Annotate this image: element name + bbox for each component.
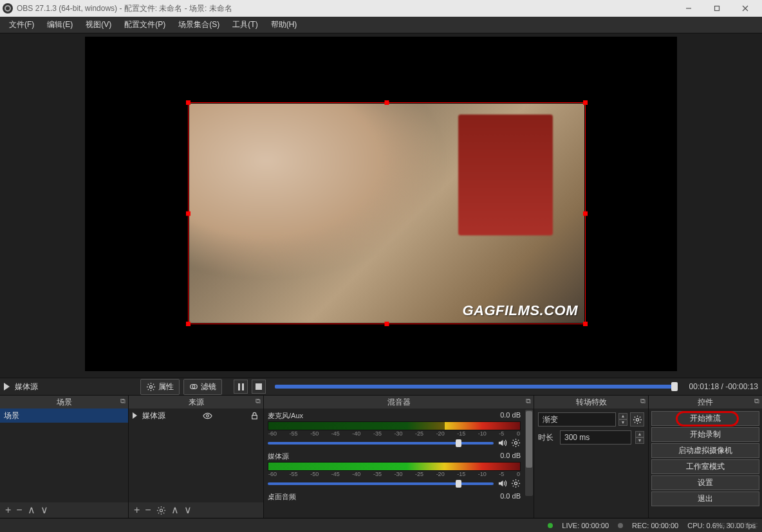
video-content: GAGFILMS.COM: [189, 104, 584, 323]
filters-button[interactable]: 滤镜: [183, 379, 222, 395]
mixer-channel: 麦克风/Aux0.0 dB -60-55-50-45-40-35-30-25-2…: [268, 411, 521, 448]
preview-canvas[interactable]: GAGFILMS.COM: [85, 37, 677, 371]
channel-settings-button[interactable]: [511, 479, 521, 488]
rec-time: REC: 00:00:00: [632, 522, 678, 529]
channel-settings-button[interactable]: [511, 438, 521, 448]
scenes-toolbar: + − ∧ ∨: [0, 502, 128, 518]
add-scene-button[interactable]: +: [5, 505, 11, 515]
resize-handle[interactable]: [186, 100, 190, 105]
scenes-header: 场景⧉: [0, 396, 128, 408]
mixer-header: 混音器⧉: [264, 396, 534, 408]
volume-slider[interactable]: [268, 442, 494, 445]
meter-ticks: -60-55-50-45-40-35-30-25-20-15-10-50: [268, 471, 521, 477]
stop-icon: [256, 383, 262, 390]
source-name: 媒体源: [15, 381, 38, 392]
controls-panel: 控件⧉ 开始推流 开始录制 启动虚拟摄像机 工作室模式 设置 退出: [649, 396, 762, 518]
properties-button[interactable]: 属性: [140, 379, 180, 395]
menu-edit[interactable]: 编辑(E): [41, 17, 79, 33]
pause-button[interactable]: [234, 380, 248, 394]
scene-up-button[interactable]: ∧: [28, 505, 35, 515]
resize-handle[interactable]: [583, 100, 588, 105]
seek-bar[interactable]: [275, 385, 678, 389]
studio-mode-button[interactable]: 工作室模式: [651, 459, 759, 474]
filters-label: 滤镜: [201, 381, 216, 392]
duration-input[interactable]: 300 ms: [560, 430, 631, 445]
media-transport: 媒体源 属性 滤镜 00:01:18 / -00:00:13: [0, 378, 762, 396]
seek-thumb[interactable]: [671, 382, 678, 391]
resize-handle[interactable]: [385, 100, 389, 105]
mixer-scrollbar[interactable]: [525, 410, 533, 496]
menu-view[interactable]: 视图(V): [79, 17, 118, 33]
svg-rect-1: [715, 6, 720, 11]
minimize-button[interactable]: [674, 0, 703, 17]
menu-help[interactable]: 帮助(H): [265, 17, 304, 33]
resize-handle[interactable]: [186, 211, 190, 216]
source-down-button[interactable]: ∨: [184, 505, 192, 515]
menu-profile[interactable]: 配置文件(P): [118, 17, 172, 33]
mute-button[interactable]: [497, 479, 507, 488]
volume-thumb[interactable]: [456, 439, 461, 447]
transitions-header: 转场特效⧉: [534, 396, 648, 408]
scene-item[interactable]: 场景: [0, 408, 128, 423]
svg-point-12: [636, 418, 638, 421]
transition-spinner[interactable]: ▲▼: [618, 413, 627, 426]
visibility-icon[interactable]: [203, 411, 212, 421]
vu-meter: [268, 462, 521, 471]
remove-scene-button[interactable]: −: [16, 505, 22, 515]
pause-icon: [238, 383, 244, 390]
popout-icon[interactable]: ⧉: [256, 397, 261, 405]
source-item[interactable]: 媒体源: [129, 408, 263, 423]
mute-button[interactable]: [497, 438, 507, 448]
properties-label: 属性: [158, 381, 174, 392]
close-button[interactable]: [731, 0, 759, 17]
mixer-panel: 混音器⧉ 麦克风/Aux0.0 dB -60-55-50-45-40-35-30…: [264, 396, 534, 518]
popout-icon[interactable]: ⧉: [526, 397, 531, 405]
meter-ticks: -60-55-50-45-40-35-30-25-20-15-10-50: [268, 430, 521, 437]
duration-spinner[interactable]: ▲▼: [635, 431, 644, 444]
source-up-button[interactable]: ∧: [171, 505, 179, 515]
start-streaming-button[interactable]: 开始推流: [651, 411, 759, 426]
titlebar: OBS 27.1.3 (64-bit, windows) - 配置文件: 未命名…: [0, 0, 762, 17]
sources-panel: 来源⧉ 媒体源 + − ∧ ∨: [129, 396, 264, 518]
resize-handle[interactable]: [583, 211, 588, 216]
source-selection[interactable]: GAGFILMS.COM: [188, 102, 586, 324]
vu-meter: [268, 421, 521, 430]
obs-icon: [3, 3, 13, 14]
duration-label: 时长: [538, 432, 556, 443]
exit-button[interactable]: 退出: [651, 491, 759, 506]
controls-header: 控件⧉: [649, 396, 762, 408]
stop-button[interactable]: [252, 380, 266, 394]
resize-handle[interactable]: [186, 322, 190, 326]
resize-handle[interactable]: [583, 322, 588, 326]
svg-point-7: [207, 414, 209, 417]
scene-down-button[interactable]: ∨: [41, 505, 48, 515]
gear-icon: [146, 382, 156, 392]
add-source-button[interactable]: +: [134, 505, 140, 515]
settings-button[interactable]: 设置: [651, 475, 759, 490]
menu-tools[interactable]: 工具(T): [226, 17, 264, 33]
blog-watermark: @51CTO博客: [714, 521, 758, 531]
menu-file[interactable]: 文件(F): [3, 17, 41, 33]
transition-select[interactable]: 渐变: [538, 412, 616, 427]
remove-source-button[interactable]: −: [145, 505, 151, 515]
live-time: LIVE: 00:00:00: [562, 522, 609, 529]
statusbar: LIVE: 00:00:00 REC: 00:00:00 CPU: 0.6%, …: [0, 518, 762, 532]
volume-slider[interactable]: [268, 482, 494, 485]
maximize-button[interactable]: [703, 0, 731, 17]
popout-icon[interactable]: ⧉: [754, 397, 759, 405]
filters-icon: [189, 382, 198, 391]
start-virtualcam-button[interactable]: 启动虚拟摄像机: [651, 443, 759, 458]
transition-settings-button[interactable]: [630, 412, 644, 427]
menu-scenecollection[interactable]: 场景集合(S): [172, 17, 226, 33]
source-properties-button[interactable]: [156, 506, 166, 515]
lock-icon[interactable]: [250, 411, 259, 421]
popout-icon[interactable]: ⧉: [640, 397, 646, 405]
resize-handle[interactable]: [385, 322, 389, 326]
svg-point-9: [160, 509, 162, 511]
popout-icon[interactable]: ⧉: [120, 397, 125, 405]
preview-area: GAGFILMS.COM: [0, 33, 762, 378]
svg-point-4: [149, 385, 152, 388]
volume-thumb[interactable]: [456, 480, 461, 488]
start-recording-button[interactable]: 开始录制: [651, 427, 759, 442]
sources-toolbar: + − ∧ ∨: [129, 502, 263, 518]
